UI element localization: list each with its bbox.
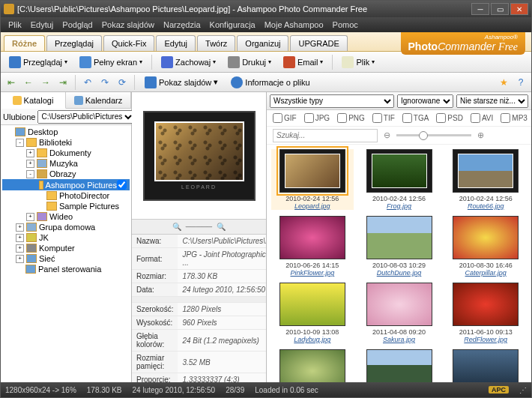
tab-quick-fix[interactable]: Quick-Fix [103, 35, 154, 51]
thumbnail[interactable] [271, 349, 354, 382]
tab-upgrade[interactable]: UPGRADE [290, 35, 347, 51]
email-button[interactable]: Email▾ [278, 54, 329, 70]
thumbnail[interactable]: 2010-10-09 13:08 Ladybug.jpg [271, 283, 354, 343]
tree-node[interactable]: +JK [2, 232, 130, 243]
ignore-filter[interactable]: Ignorowane [397, 94, 453, 108]
tree-expand-icon[interactable]: + [26, 160, 34, 168]
format-tga[interactable]: TGA [402, 113, 429, 123]
tree-node[interactable]: Sample Pictures [2, 201, 130, 211]
plik-button[interactable]: Plik▾ [336, 54, 380, 70]
maximize-button[interactable]: ▭ [491, 3, 509, 15]
close-button[interactable]: ✕ [510, 3, 528, 15]
menu-plik[interactable]: Plik [4, 20, 26, 29]
tree-node[interactable]: Panel sterowania [2, 264, 130, 274]
thumb-larger-icon[interactable]: ⊕ [477, 130, 484, 140]
folder-icon [15, 127, 25, 136]
tree-node[interactable]: +Grupa domowa [2, 222, 130, 232]
nav-first-icon[interactable]: ⇤ [4, 75, 19, 90]
tab-organizuj[interactable]: Organizuj [237, 35, 288, 51]
refresh-icon[interactable]: ⟳ [115, 75, 130, 90]
thumbnail[interactable]: 2010-02-24 12:56 Leopard.jpg [271, 149, 354, 210]
tree-expand-icon[interactable]: + [16, 223, 24, 232]
tree-node[interactable]: Desktop [2, 127, 130, 137]
menu-pokaz slajdów[interactable]: Pokaz slajdów [97, 20, 159, 29]
menu-pomoc[interactable]: Pomoc [328, 20, 363, 29]
tree-expand-icon[interactable]: - [26, 170, 34, 178]
format-jpg[interactable]: JPG [304, 113, 330, 123]
thumbnail[interactable]: 2010-02-24 12:56 Route66.jpg [444, 149, 527, 210]
zachowaj-icon [161, 56, 173, 68]
format-mp3[interactable]: MP3 [501, 113, 528, 123]
slideshow-button[interactable]: Pokaz slajdów▾ [139, 74, 223, 91]
tab-przeglądaj[interactable]: Przeglądaj [46, 35, 102, 51]
pełny ekran-icon [79, 56, 91, 68]
meta-row: Data:24 lutego 2010, 12:56:50 [132, 283, 266, 297]
pełny ekran-button[interactable]: Pełny ekran▾ [74, 54, 148, 70]
resize-grip-icon[interactable]: ⋰ [519, 386, 527, 394]
thumbnail[interactable] [444, 349, 527, 382]
tree-node[interactable]: +Sieć [2, 253, 130, 264]
zoom-out-icon[interactable]: 🔍 [172, 223, 181, 231]
tree-node[interactable]: -Biblioteki [2, 137, 130, 148]
thumbnail[interactable] [358, 349, 441, 382]
tab-twórz[interactable]: Twórz [197, 35, 235, 51]
thumbnail[interactable]: 2011-06-10 09:13 RedFlower.jpg [444, 283, 527, 343]
menu-moje ashampoo[interactable]: Moje Ashampoo [260, 20, 328, 29]
search-input[interactable] [273, 129, 378, 142]
tree-expand-icon[interactable]: + [26, 213, 34, 221]
menu-edytuj[interactable]: Edytuj [26, 20, 58, 29]
tree-node[interactable]: +Muzyka [2, 158, 130, 169]
age-filter[interactable]: Nie starsze niż... [456, 94, 528, 108]
thumbnail[interactable]: 2010-06-26 14:15 PinkFlower.jpg [271, 216, 354, 277]
nav-next-icon[interactable]: → [38, 75, 53, 90]
format-png[interactable]: PNG [337, 113, 365, 123]
tree-node[interactable]: -Obrazy [2, 169, 130, 179]
tree-node[interactable]: +Wideo [2, 211, 130, 222]
zoom-controls[interactable]: 🔍 ───── 🔍 [132, 220, 266, 235]
tree-expand-icon[interactable]: + [16, 244, 24, 253]
rotate-right-icon[interactable]: ↷ [97, 75, 112, 90]
format-avi[interactable]: AVI [471, 113, 493, 123]
menu-konfiguracja[interactable]: Konfiguracja [205, 20, 260, 29]
drukuj-button[interactable]: Drukuj▾ [223, 54, 276, 70]
meta-row: Proporcje:1.33333337 (4:3) [132, 373, 266, 383]
rotate-left-icon[interactable]: ↶ [80, 75, 95, 90]
nav-last-icon[interactable]: ⇥ [55, 75, 70, 90]
format-gif[interactable]: GIF [273, 113, 297, 123]
format-tif[interactable]: TIF [372, 113, 395, 123]
format-psd[interactable]: PSD [436, 113, 463, 123]
minimize-button[interactable]: ─ [471, 3, 489, 15]
thumbnail[interactable]: 2010-02-24 12:56 Frog.jpg [358, 149, 441, 210]
format-filters: GIFJPGPNGTIFTGAPSDAVIMP3 [267, 110, 531, 127]
thumbnail[interactable]: 2010-08-30 16:46 Caterpillar.jpg [444, 216, 527, 277]
type-filter[interactable]: Wszystkie typy [270, 94, 394, 108]
tree-node[interactable]: +Komputer [2, 243, 130, 253]
thumb-size-slider[interactable] [396, 134, 471, 136]
tree-expand-icon[interactable]: + [16, 255, 24, 263]
tree-expand-icon[interactable]: - [16, 139, 24, 147]
thumbnail[interactable]: 2011-04-08 09:20 Sakura.jpg [358, 283, 441, 343]
menu-narzędzia[interactable]: Narzędzia [159, 20, 205, 29]
tree-expand-icon[interactable]: + [16, 234, 24, 242]
file-info-button[interactable]: Informacje o pliku [226, 74, 315, 91]
menu-podgląd[interactable]: Podgląd [58, 20, 97, 29]
sidebar-tab-kalendarz[interactable]: Kalendarz [66, 92, 131, 108]
sidebar-tab-katalogi[interactable]: Katalogi [1, 92, 66, 109]
tree-node[interactable]: +Dokumenty [2, 148, 130, 158]
przeglądaj-button[interactable]: Przeglądaj▾ [4, 54, 73, 70]
path-select[interactable]: C:\Users\Public\Pictures [37, 110, 135, 124]
tree-checkbox[interactable] [117, 180, 127, 190]
help-icon[interactable]: ? [513, 75, 528, 90]
star-icon[interactable]: ★ [496, 75, 511, 90]
zoom-in-icon[interactable]: 🔍 [217, 223, 226, 231]
thumb-smaller-icon[interactable]: ⊖ [384, 130, 390, 140]
tab-edytuj[interactable]: Edytuj [156, 35, 196, 51]
tree-node[interactable]: PhotoDirector [2, 190, 130, 201]
status-count: 28/39 [226, 386, 244, 394]
nav-prev-icon[interactable]: ← [21, 75, 36, 90]
tree-node[interactable]: Ashampoo Pictures [2, 179, 130, 190]
thumbnail[interactable]: 2010-08-03 10:29 DutchDune.jpg [358, 216, 441, 277]
tree-expand-icon[interactable]: + [26, 149, 34, 157]
zachowaj-button[interactable]: Zachowaj▾ [156, 54, 221, 70]
tab-różne[interactable]: Różne [4, 35, 45, 51]
